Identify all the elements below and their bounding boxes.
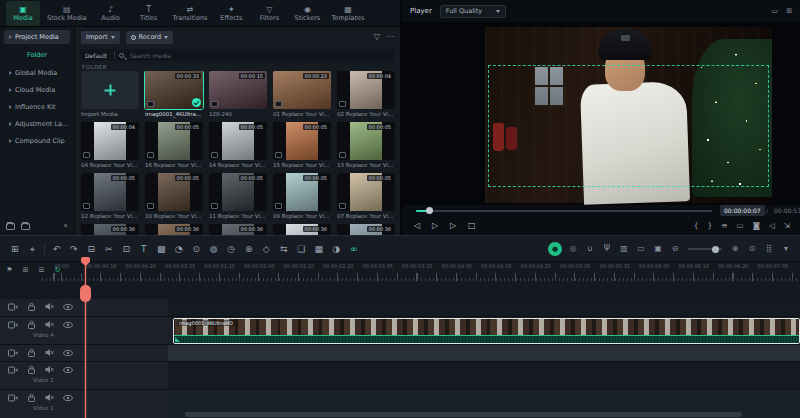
audio-ducking[interactable]: ∪ xyxy=(584,243,596,255)
motion-track[interactable]: ⊛ xyxy=(240,243,258,255)
media-tile[interactable]: 00:00:05 13 Replace Your Video xyxy=(337,122,395,169)
stop[interactable]: □ xyxy=(468,221,486,230)
video-track-icon[interactable] xyxy=(8,366,18,374)
snapshot[interactable]: ◙ xyxy=(753,221,760,230)
media-thumbnail[interactable]: 00:00:30 xyxy=(273,224,331,235)
delete[interactable]: ⊟ xyxy=(83,243,101,255)
top-tab[interactable]: ⇄ Transitions xyxy=(170,1,211,26)
mini-player-icon[interactable]: ▭ xyxy=(772,7,779,15)
media-thumbnail[interactable]: 00:00:05 xyxy=(273,173,331,211)
mute-track-icon[interactable] xyxy=(45,302,54,311)
sidebar-item[interactable]: Global Media xyxy=(4,66,70,80)
selection-dashed-border[interactable] xyxy=(488,65,769,187)
top-tab[interactable]: ♪ Audio xyxy=(94,1,128,26)
new-folder-icon[interactable] xyxy=(6,223,15,230)
media-thumbnail[interactable]: 00:00:05 xyxy=(209,173,267,211)
media-tile[interactable]: 00:00:04 02 Replace Your Video xyxy=(337,71,395,118)
quality-dropdown[interactable]: Full Quality xyxy=(440,5,506,18)
media-thumbnail[interactable]: 00:00:05 xyxy=(81,173,139,211)
media-thumbnail[interactable]: 00:00:05 xyxy=(145,173,203,211)
media-thumbnail[interactable]: 00:00:15 xyxy=(209,71,267,109)
import-button[interactable]: Import xyxy=(81,31,120,44)
media-thumbnail[interactable]: 00:00:05 xyxy=(209,122,267,160)
media-thumbnail[interactable]: 00:00:05 xyxy=(337,122,395,160)
media-thumbnail[interactable]: 00:00:23 xyxy=(273,71,331,109)
media-tile[interactable]: 00:00:05 12 Replace Your Video xyxy=(81,173,139,220)
compound-clip[interactable]: ◑ xyxy=(328,243,346,255)
chevron-down[interactable]: ▾ xyxy=(780,243,792,255)
copy[interactable]: ❏ xyxy=(293,243,311,255)
media-tile[interactable]: 00:00:05 09 Replace Your Video xyxy=(273,173,331,220)
sidebar-item[interactable]: Influence Kit xyxy=(4,100,70,114)
voiceover[interactable]: ● xyxy=(548,242,562,256)
screen-record[interactable]: ▭ xyxy=(635,243,647,255)
top-tab[interactable]: ✦ Effects xyxy=(214,1,248,26)
transform[interactable]: ⇆ xyxy=(275,243,293,255)
lock-track-icon[interactable] xyxy=(27,393,36,402)
mute-track-icon[interactable] xyxy=(45,365,54,374)
seek-handle[interactable] xyxy=(426,207,433,214)
media-tile[interactable]: 00:00:30 xyxy=(209,224,267,235)
video-track-icon[interactable] xyxy=(8,349,18,357)
media-tile[interactable]: 00:00:15 128-240 xyxy=(209,71,267,118)
manage-tracks[interactable]: ⊞ xyxy=(6,243,24,255)
hide-track-icon[interactable] xyxy=(63,349,73,357)
media-tile[interactable]: 00:00:05 16 Replace Your Video xyxy=(145,122,203,169)
hide-track-icon[interactable] xyxy=(63,321,73,329)
mute[interactable]: ◁ xyxy=(769,221,775,230)
collapse-sidebar-icon[interactable]: « xyxy=(63,222,68,230)
undo[interactable]: ↶ xyxy=(44,243,65,255)
next-frame[interactable]: ▷ xyxy=(450,221,468,230)
lock-track-icon[interactable] xyxy=(27,320,36,329)
seek-bar[interactable] xyxy=(416,210,712,212)
track-options[interactable]: ⣿ xyxy=(763,243,775,255)
crop[interactable]: ⊡ xyxy=(118,243,136,255)
timeline-ruler[interactable]: 00:00 00:00:00:10 00:00:00:20 00:00:01:0… xyxy=(0,263,800,271)
redo[interactable]: ↷ xyxy=(65,243,83,255)
play[interactable]: ▷ xyxy=(432,221,450,230)
hide-track-icon[interactable] xyxy=(63,394,73,402)
render-timer[interactable]: ◷ xyxy=(223,243,241,255)
split[interactable]: ✂ xyxy=(100,243,118,255)
fullscreen[interactable]: ⇲ xyxy=(784,221,790,230)
media-tile[interactable]: 00:00:04 04 Replace Your Video xyxy=(81,122,139,169)
paste[interactable]: ▦ xyxy=(310,243,328,255)
filter-icon[interactable]: ▽ xyxy=(374,32,380,42)
hide-track-icon[interactable] xyxy=(63,366,73,374)
search-input[interactable] xyxy=(128,51,328,60)
media-thumbnail[interactable]: 00:00:30 xyxy=(337,224,395,235)
top-tab[interactable]: ▽ Filters xyxy=(252,1,286,26)
media-tile[interactable]: 00:00:05 07 Replace Your Video xyxy=(337,173,395,220)
media-tile[interactable]: 00:00:05 10 Replace Your Video xyxy=(145,173,203,220)
timeline-track[interactable] xyxy=(0,345,800,362)
snapshot-frame[interactable]: ▣ xyxy=(652,243,664,255)
media-thumbnail[interactable]: 00:00:05 xyxy=(337,173,395,211)
sidebar-item[interactable]: Adjustment La... xyxy=(4,117,70,131)
timeline-track[interactable] xyxy=(0,299,800,317)
media-tile[interactable]: 00:00:23 01 Replace Your Video xyxy=(273,71,331,118)
lock-track-icon[interactable] xyxy=(27,302,36,311)
media-tile[interactable]: 00:00:05 11 Replace Your Video xyxy=(209,173,267,220)
media-tile[interactable]: 00:00:30 xyxy=(337,224,395,235)
sidebar-item[interactable]: Folder xyxy=(4,48,70,62)
text[interactable]: T xyxy=(135,243,153,255)
media-thumbnail[interactable]: 00:00:05 xyxy=(145,122,203,160)
top-tab[interactable]: T Titles xyxy=(132,1,166,26)
multi-display-icon[interactable]: ⊞ xyxy=(786,7,792,15)
media-thumbnail[interactable]: 00:00:05 xyxy=(273,122,331,160)
hide-track-icon[interactable] xyxy=(63,303,73,311)
media-thumbnail[interactable]: 00:00:04 xyxy=(337,71,395,109)
speed[interactable]: ◔ xyxy=(170,243,188,255)
sidebar-item[interactable]: Cloud Media xyxy=(4,83,70,97)
record[interactable]: ◎ xyxy=(567,243,579,255)
lock-track-icon[interactable] xyxy=(27,348,36,357)
media-thumbnail[interactable]: 00:00:30 xyxy=(209,224,267,235)
mark-in[interactable]: { xyxy=(694,221,699,230)
media-thumbnail[interactable]: 00:00:33 xyxy=(145,71,203,109)
media-tile[interactable]: 00:00:05 14 Replace Your Video xyxy=(209,122,267,169)
media-thumbnail[interactable]: 00:00:30 xyxy=(81,224,139,235)
media-tile[interactable]: 00:00:30 xyxy=(81,224,139,235)
media-tile[interactable]: Import Media xyxy=(81,71,139,118)
preview-quality[interactable]: ≡ xyxy=(721,221,727,230)
zoom-out[interactable]: ⊖ xyxy=(669,243,681,255)
